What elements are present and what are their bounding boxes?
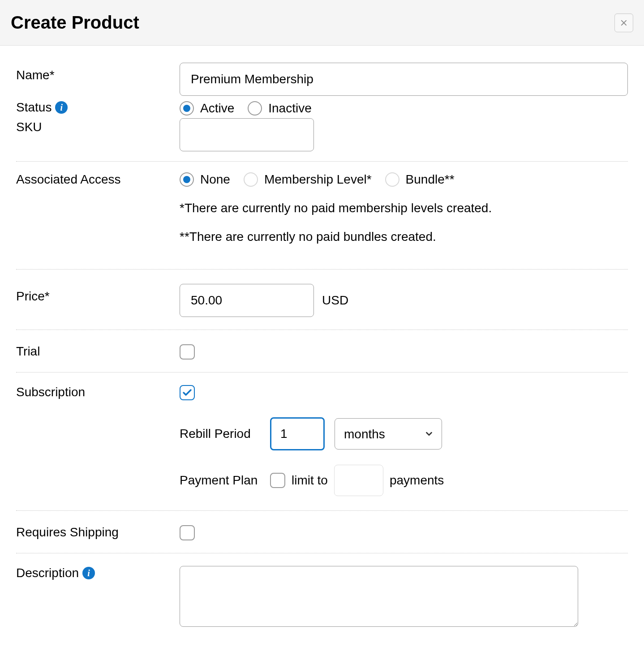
row-trial: Trial xyxy=(16,336,628,366)
radio-icon xyxy=(244,172,258,187)
divider xyxy=(16,330,628,330)
label-rebill-period: Rebill Period xyxy=(180,427,260,441)
create-product-modal: Create Product Name* Status i xyxy=(0,0,644,642)
access-bundle-option[interactable]: Bundle** xyxy=(385,172,455,187)
modal-body: Name* Status i Active Inactive xyxy=(0,46,644,642)
row-status: Status i Active Inactive xyxy=(16,99,628,116)
limit-to-label: limit to xyxy=(292,473,328,488)
note-membership: *There are currently no paid membership … xyxy=(180,201,628,215)
label-description: Description i xyxy=(16,566,180,580)
price-input[interactable] xyxy=(180,284,314,317)
row-requires-shipping: Requires Shipping xyxy=(16,517,628,547)
label-payment-plan: Payment Plan xyxy=(180,473,260,488)
label-status: Status i xyxy=(16,100,180,115)
access-membership-label: Membership Level* xyxy=(264,172,372,187)
close-icon xyxy=(619,18,629,28)
modal-header: Create Product xyxy=(0,0,644,46)
requires-shipping-checkbox[interactable] xyxy=(180,525,195,540)
divider xyxy=(16,553,628,553)
payment-plan-checkbox[interactable] xyxy=(270,473,285,488)
row-description: Description i xyxy=(16,560,628,634)
modal-title: Create Product xyxy=(11,13,139,33)
status-active-label: Active xyxy=(200,101,234,116)
subscription-checkbox[interactable] xyxy=(180,385,195,400)
info-icon[interactable]: i xyxy=(55,101,68,114)
label-subscription: Subscription xyxy=(16,385,180,399)
status-inactive-option[interactable]: Inactive xyxy=(248,101,312,116)
row-sku: SKU xyxy=(16,116,628,155)
trial-checkbox[interactable] xyxy=(180,344,195,360)
access-bundle-label: Bundle** xyxy=(406,172,455,187)
check-icon xyxy=(182,387,193,398)
info-icon[interactable]: i xyxy=(82,567,95,579)
label-requires-shipping: Requires Shipping xyxy=(16,525,180,540)
payments-label: payments xyxy=(390,473,444,488)
row-subscription: Subscription Rebill Period months xyxy=(16,379,628,504)
label-status-text: Status xyxy=(16,100,52,115)
rebill-unit-select[interactable]: months xyxy=(335,418,442,450)
divider xyxy=(16,269,628,270)
row-associated-access: Associated Access None Membership Level*… xyxy=(16,168,628,263)
radio-icon xyxy=(385,172,399,187)
radio-icon xyxy=(248,101,262,116)
payment-limit-input[interactable] xyxy=(334,465,383,496)
label-trial: Trial xyxy=(16,344,180,359)
description-textarea[interactable] xyxy=(180,566,578,627)
note-bundle: **There are currently no paid bundles cr… xyxy=(180,230,628,244)
name-input[interactable] xyxy=(180,63,628,96)
sku-input[interactable] xyxy=(180,118,314,151)
rebill-value-input[interactable] xyxy=(270,417,325,450)
currency-label: USD xyxy=(322,293,348,308)
payment-plan-row: Payment Plan limit to payments xyxy=(180,465,628,496)
radio-icon xyxy=(180,101,194,116)
label-name: Name* xyxy=(16,63,180,82)
close-button[interactable] xyxy=(614,13,633,32)
divider xyxy=(16,510,628,511)
rebill-period-row: Rebill Period months xyxy=(180,417,628,450)
label-description-text: Description xyxy=(16,566,79,580)
access-membership-option[interactable]: Membership Level* xyxy=(244,172,372,187)
access-none-option[interactable]: None xyxy=(180,172,230,187)
divider xyxy=(16,161,628,162)
status-active-option[interactable]: Active xyxy=(180,101,234,116)
status-inactive-label: Inactive xyxy=(268,101,312,116)
label-price: Price* xyxy=(16,284,180,304)
label-sku: SKU xyxy=(16,118,180,134)
row-price: Price* USD xyxy=(16,276,628,323)
row-name: Name* xyxy=(16,59,628,99)
label-associated-access: Associated Access xyxy=(16,171,180,187)
access-none-label: None xyxy=(200,172,230,187)
divider xyxy=(16,372,628,373)
radio-icon xyxy=(180,172,194,187)
